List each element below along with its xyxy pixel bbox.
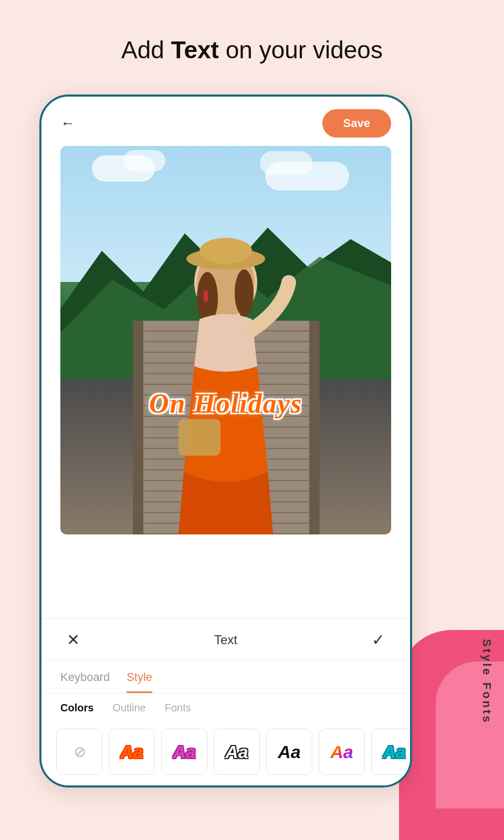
phone-topbar: ← Save <box>41 97 410 146</box>
bottom-panel: ✕ Text ✓ Keyboard Style Colors Outline F… <box>41 618 410 785</box>
svg-rect-14 <box>178 419 220 456</box>
font-aa-orange: Aa <box>120 742 143 762</box>
font-sample-multicolor[interactable]: Aa <box>319 729 365 775</box>
font-sample-none[interactable]: ⊘ <box>56 729 102 775</box>
bg-decoration-pink2 <box>436 662 504 808</box>
font-sample-dark-outline[interactable]: Aa <box>214 729 260 775</box>
text-toolbar: ✕ Text ✓ <box>41 619 410 661</box>
person-figure <box>126 177 326 534</box>
font-aa-dark-outline: Aa <box>225 742 248 762</box>
font-aa-pink: Aa <box>173 742 195 762</box>
font-samples-row: ⊘ Aa Aa Aa Aa Aa Aa <box>41 722 410 785</box>
svg-point-13 <box>235 269 254 317</box>
video-preview-area[interactable]: On Holidays <box>60 146 391 534</box>
style-fonts-label: Style Fonts <box>480 639 494 724</box>
subtab-colors[interactable]: Colors <box>60 702 93 714</box>
phone-frame: ← Save <box>39 94 412 788</box>
style-sub-tabs: Colors Outline Fonts <box>41 694 410 722</box>
main-heading: Add Text on your videos <box>0 36 504 64</box>
font-sample-pink[interactable]: Aa <box>161 729 207 775</box>
svg-point-11 <box>200 238 252 264</box>
subtab-outline[interactable]: Outline <box>112 702 145 714</box>
cloud-4 <box>260 151 312 175</box>
save-button[interactable]: Save <box>322 109 391 138</box>
no-style-icon: ⊘ <box>74 743 86 761</box>
heading-bold: Text <box>171 36 219 64</box>
photo-background: On Holidays <box>60 146 391 534</box>
close-icon[interactable]: ✕ <box>67 631 80 649</box>
style-fonts-text: Style Fonts <box>480 639 494 724</box>
font-aa-multicolor: Aa <box>330 742 353 762</box>
tab-style[interactable]: Style <box>127 670 152 693</box>
svg-rect-15 <box>204 290 208 302</box>
tab-keyboard[interactable]: Keyboard <box>60 670 110 693</box>
subtab-fonts[interactable]: Fonts <box>165 702 191 714</box>
person-svg <box>126 177 326 534</box>
font-sample-orange[interactable]: Aa <box>109 729 155 775</box>
font-aa-plain: Aa <box>278 742 300 762</box>
back-button[interactable]: ← <box>60 116 75 131</box>
mode-tabs: Keyboard Style <box>41 661 410 694</box>
heading-suffix: on your videos <box>219 36 383 64</box>
font-aa-teal: Aa <box>383 742 405 762</box>
heading-prefix: Add <box>121 36 171 64</box>
font-sample-teal[interactable]: Aa <box>371 729 410 775</box>
cloud-2 <box>123 150 165 171</box>
font-sample-plain[interactable]: Aa <box>266 729 312 775</box>
confirm-icon[interactable]: ✓ <box>372 631 385 649</box>
overlay-text[interactable]: On Holidays <box>149 388 302 419</box>
toolbar-title: Text <box>214 633 237 647</box>
